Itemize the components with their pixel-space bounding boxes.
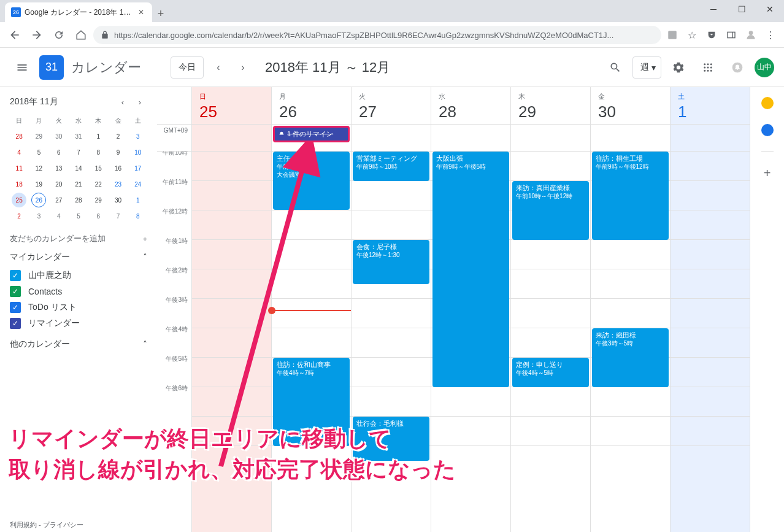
mini-day[interactable]: 6 (52, 145, 66, 160)
mini-day[interactable]: 27 (52, 193, 66, 207)
mini-day[interactable]: 23 (111, 177, 126, 191)
panel-icon[interactable] (723, 26, 740, 44)
allday-cell[interactable] (590, 125, 670, 151)
calendar-event[interactable]: 大阪出張午前9時～午後5時 (432, 152, 509, 387)
mini-day[interactable]: 21 (71, 177, 86, 191)
mini-day[interactable]: 30 (111, 193, 126, 207)
account-avatar[interactable]: 山中 (755, 58, 774, 77)
today-button[interactable]: 今日 (171, 56, 204, 79)
window-maximize-icon[interactable]: ☐ (728, 0, 756, 18)
mini-day[interactable]: 30 (52, 129, 66, 144)
footer-links[interactable]: 利用規約 - プライバシー (10, 520, 83, 530)
mini-day[interactable]: 1 (131, 193, 145, 207)
mini-next-icon[interactable]: › (133, 94, 147, 109)
apps-grid-icon[interactable] (696, 55, 720, 80)
day-header[interactable]: 木29 (510, 87, 590, 124)
add-addon-icon[interactable]: + (764, 166, 771, 180)
mini-day[interactable]: 11 (12, 161, 26, 175)
settings-icon[interactable] (666, 55, 691, 80)
day-header[interactable]: 月26 (271, 87, 351, 124)
calendar-event[interactable]: 往訪：桐生工場午前9時～午後12時 (592, 152, 669, 240)
day-header[interactable]: 火27 (351, 87, 431, 124)
mini-day[interactable]: 5 (31, 145, 46, 160)
other-calendars-header[interactable]: 他のカレンダー ˄ (10, 339, 147, 350)
mini-day[interactable]: 25 (12, 193, 26, 207)
window-close-icon[interactable]: ✕ (756, 0, 784, 18)
day-header[interactable]: 水28 (431, 87, 510, 124)
mini-day[interactable]: 24 (131, 177, 145, 191)
calendar-event[interactable]: 来訪：織田様午後3時～5時 (592, 328, 669, 387)
calendar-item[interactable]: ✓リマインダー (10, 315, 147, 331)
allday-cell[interactable] (431, 125, 510, 151)
forward-icon[interactable] (27, 25, 47, 45)
allday-cell[interactable]: 1 件のリマイン (271, 125, 351, 151)
mini-day[interactable]: 22 (91, 177, 106, 191)
checkbox-icon[interactable]: ✓ (10, 270, 21, 281)
mini-day[interactable]: 6 (91, 209, 106, 223)
mini-day[interactable]: 7 (71, 145, 86, 160)
mini-prev-icon[interactable]: ‹ (115, 94, 130, 109)
mini-day[interactable]: 12 (31, 161, 46, 175)
allday-cell[interactable] (191, 125, 271, 151)
mini-day[interactable]: 1 (91, 129, 106, 144)
mini-day[interactable]: 3 (31, 209, 46, 223)
mini-day[interactable]: 16 (111, 161, 126, 175)
mini-day[interactable]: 17 (131, 161, 145, 175)
mini-day[interactable]: 13 (52, 161, 66, 175)
day-column[interactable]: 大阪出張午前9時～午後5時 (431, 152, 510, 532)
checkbox-icon[interactable]: ✓ (10, 286, 21, 297)
back-icon[interactable] (5, 25, 25, 45)
notifications-icon[interactable] (725, 55, 750, 80)
mini-day[interactable]: 7 (111, 209, 126, 223)
browser-tab[interactable]: 26 Google カレンダー - 2018年 11月 2 ✕ (5, 2, 152, 22)
mini-day[interactable]: 14 (71, 161, 86, 175)
mini-calendar-grid[interactable]: 日月火水木金土282930311234567891011121314151617… (10, 114, 147, 223)
mini-day[interactable]: 19 (31, 177, 46, 191)
search-icon[interactable] (603, 55, 628, 80)
hamburger-menu-icon[interactable] (10, 55, 34, 80)
mini-day[interactable]: 15 (91, 161, 106, 175)
translate-icon[interactable] (664, 26, 681, 44)
mini-day[interactable]: 28 (71, 193, 86, 207)
day-column[interactable]: 営業部ミーティング午前9時～10時会食：尼子様午後12時～1:30壮行会：毛利様 (351, 152, 431, 532)
day-header[interactable]: 土1 (670, 87, 750, 124)
mini-day[interactable]: 29 (91, 193, 106, 207)
plus-icon[interactable]: + (142, 234, 147, 244)
view-dropdown[interactable]: 週▾ (632, 56, 661, 79)
reminder-chip[interactable]: 1 件のリマイン (273, 126, 350, 142)
day-column[interactable] (191, 152, 271, 532)
calendar-event[interactable]: 往訪：佐和山商事午後4時～7時 (273, 358, 350, 446)
reload-icon[interactable] (49, 25, 69, 45)
day-column[interactable]: 主任会議午前9時～11時大会議室往訪：佐和山商事午後4時～7時 (271, 152, 351, 532)
mini-day[interactable]: 29 (31, 129, 46, 144)
mini-day[interactable]: 10 (131, 145, 145, 160)
mini-day[interactable]: 2 (111, 129, 126, 144)
new-tab-button[interactable]: + (152, 5, 169, 22)
mini-day[interactable]: 2 (12, 209, 26, 223)
checkbox-icon[interactable]: ✓ (10, 302, 21, 313)
calendar-item[interactable]: ✓Contacts (10, 283, 147, 299)
day-header[interactable]: 金30 (590, 87, 670, 124)
pocket-icon[interactable] (703, 26, 720, 44)
mini-day[interactable]: 18 (12, 177, 26, 191)
keep-icon[interactable] (761, 97, 774, 109)
profile-icon[interactable] (742, 26, 759, 44)
calendar-item[interactable]: ✓山中鹿之助 (10, 268, 147, 283)
mini-day[interactable]: 8 (131, 209, 145, 223)
calendar-event[interactable]: 会食：尼子様午後12時～1:30 (353, 240, 429, 284)
mini-day[interactable]: 26 (31, 193, 46, 207)
prev-week-icon[interactable]: ‹ (209, 58, 228, 77)
url-input[interactable]: https://calendar.google.com/calendar/b/2… (93, 26, 661, 44)
window-minimize-icon[interactable]: ─ (699, 0, 728, 18)
mini-day[interactable]: 28 (12, 129, 26, 144)
star-icon[interactable]: ☆ (683, 26, 701, 44)
home-icon[interactable] (71, 25, 91, 45)
mini-day[interactable]: 4 (52, 209, 66, 223)
allday-cell[interactable] (510, 125, 590, 151)
calendar-event[interactable]: 来訪：真田産業様午前10時～午後12時 (512, 181, 589, 240)
day-column[interactable]: 来訪：真田産業様午前10時～午後12時定例：申し送り午後4時～5時 (510, 152, 590, 532)
tasks-icon[interactable] (761, 124, 774, 136)
day-column[interactable]: 往訪：桐生工場午前9時～午後12時来訪：織田様午後3時～5時 (590, 152, 670, 532)
calendar-event[interactable]: 定例：申し送り午後4時～5時 (512, 358, 589, 387)
calendar-item[interactable]: ✓ToDo リスト (10, 299, 147, 315)
